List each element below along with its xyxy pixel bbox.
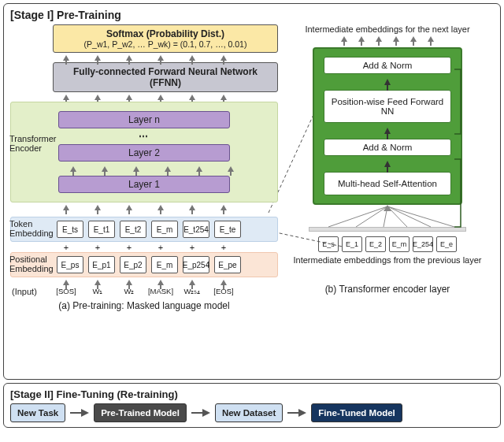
stage1-panel: [Stage I] Pre-Training Softmax (Probabil… — [3, 3, 501, 380]
arrows-l1-to-l2 — [60, 164, 271, 173]
layer-dots: ⋯ — [58, 131, 230, 142]
input-token: [EOS] — [210, 287, 237, 295]
token-cell: E_m — [151, 221, 178, 238]
pos-cell: E_pe — [214, 256, 241, 273]
input-token: [SOS] — [53, 287, 80, 295]
add-norm-2: Add & Norm — [324, 57, 451, 74]
softmax-subtitle: (P_w1, P_w2, … P_wk) = (0.1, 0.7, …, 0.0… — [58, 39, 272, 49]
plus-row: ++++++ — [53, 243, 278, 252]
arrow-icon — [384, 79, 391, 85]
detail-top-label: Intermediate embeddings for the next lay… — [305, 24, 469, 35]
token-cell: E_t254 — [183, 221, 209, 238]
arrow-icon — [287, 409, 306, 417]
token-cell: E_t2 — [120, 221, 146, 238]
detail-input-row: E_s E_1 E_2 E_m E_254 E_e — [318, 236, 457, 252]
multi-head-self-attention: Multi-head Self-Attention — [324, 172, 451, 195]
fan-in-lines — [313, 205, 462, 225]
token-cell: E_te — [214, 221, 241, 238]
new-task-block: New Task — [10, 403, 65, 422]
encoder-layer-detail: Intermediate embeddings for the next lay… — [281, 24, 494, 311]
caption-a: (a) Pre-training: Masked language model — [10, 300, 278, 311]
svg-line-2 — [328, 206, 387, 227]
pretraining-diagram: Softmax (Probability Dist.) (P_w1, P_w2,… — [10, 24, 278, 311]
input-token-row: [SOS] W₁ W₂ [MASK] W₂₅₄ [EOS] — [53, 287, 278, 295]
new-dataset-block: New Dataset — [215, 403, 283, 422]
softmax-title: Softmax (Probability Dist.) — [58, 28, 272, 39]
input-token: [MASK] — [147, 287, 174, 295]
detail-bottom-label: Intermediate embeddings from the previou… — [293, 255, 481, 266]
detail-in-cell: E_m — [389, 236, 410, 252]
detail-in-cell: E_e — [436, 236, 457, 252]
add-norm-1: Add & Norm — [324, 139, 451, 156]
token-cell: E_t1 — [88, 221, 115, 238]
pos-cell: E_ps — [57, 256, 83, 273]
input-token: W₂₅₄ — [179, 287, 206, 295]
softmax-block: Softmax (Probability Dist.) (P_w1, P_w2,… — [53, 24, 278, 53]
positional-label: Positional Embedding — [9, 254, 55, 273]
layer-2: Layer 2 — [58, 144, 230, 162]
encoder-label: Transformer Encoder — [9, 134, 55, 153]
pos-cell: E_p254 — [183, 256, 209, 273]
arrow-icon — [70, 409, 89, 417]
layer-1: Layer 1 — [58, 176, 230, 193]
detail-in-cell: E_254 — [413, 236, 433, 252]
token-embedding-row: Token Embedding E_ts E_t1 E_t2 E_m E_t25… — [10, 217, 278, 242]
position-wise-ffn: Position-wise Feed Forward NN — [324, 90, 451, 123]
ffnn-block: Fully-connected Forward Neural Network (… — [53, 62, 278, 92]
arrows-ffnn-to-softmax — [53, 53, 278, 62]
arrow-icon — [191, 409, 210, 417]
detail-in-cell: E_1 — [342, 236, 362, 252]
arrows-embed-to-encoder — [53, 202, 278, 212]
token-label: Token Embedding — [9, 219, 55, 238]
detail-in-cell: E_2 — [365, 236, 386, 252]
layer-n: Layer n — [58, 111, 230, 128]
arrows-input-to-pos — [53, 277, 278, 287]
stage2-title: [Stage II] Fine-Tuning (Re-training) — [10, 388, 494, 400]
encoder-layer-box: Add & Norm Position-wise Feed Forward NN… — [313, 47, 462, 205]
input-label: (Input) — [12, 287, 37, 296]
pos-cell: E_m — [151, 256, 178, 273]
stage2-panel: [Stage II] Fine-Tuning (Re-training) New… — [3, 383, 501, 428]
positional-embedding-row: Positional Embedding E_ps E_p1 E_p2 E_m … — [10, 252, 278, 277]
token-cell: E_ts — [57, 221, 83, 238]
svg-line-3 — [356, 206, 387, 227]
arrow-icon — [384, 128, 391, 134]
detail-in-cell: E_s — [318, 236, 339, 252]
pos-cell: E_p2 — [120, 256, 146, 273]
caption-b: (b) Transformer encoder layer — [325, 284, 450, 295]
pretrained-model-block: Pre-Trained Model — [94, 403, 187, 422]
detail-output-arrows — [339, 36, 436, 47]
stage2-flow: New Task Pre-Trained Model New Dataset F… — [10, 403, 494, 422]
finetuned-model-block: Fine-Tuned Model — [311, 403, 402, 422]
pos-cell: E_p1 — [88, 256, 115, 273]
input-token: W₂ — [116, 287, 143, 295]
input-token: W₁ — [84, 287, 111, 295]
svg-line-6 — [387, 206, 431, 227]
stage1-title: [Stage I] Pre-Training — [10, 9, 494, 21]
transformer-encoder: Transformer Encoder Layer n ⋯ Layer 2 La… — [10, 102, 278, 202]
arrow-icon — [384, 161, 391, 167]
arrows-encoder-to-ffnn — [53, 92, 278, 102]
